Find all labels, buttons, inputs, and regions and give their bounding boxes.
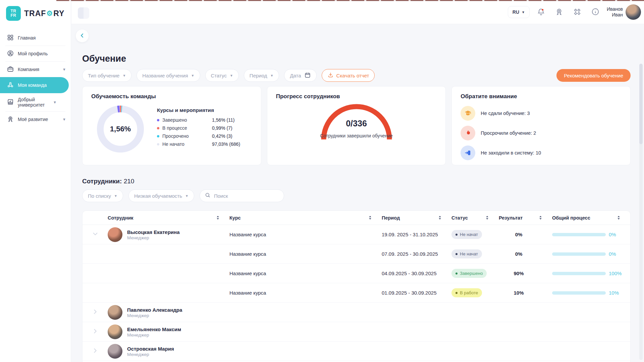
filter-date[interactable]: Дата — [284, 69, 316, 82]
apps-button[interactable] — [571, 5, 584, 19]
topbar: RU ▼ Иванов Иван — [71, 0, 644, 24]
employee-role: Менеджер — [127, 352, 174, 357]
sidebar-item-label: Главная — [18, 35, 66, 41]
achievements-button[interactable] — [552, 5, 566, 19]
login-icon — [461, 145, 475, 160]
course-name: Название курса — [229, 232, 382, 237]
sidebar-item-home[interactable]: Главная — [0, 30, 71, 46]
sidebar-item-my-team[interactable]: Моя команда — [0, 77, 69, 93]
legend-value: 0,42% (3) — [212, 133, 232, 139]
table-row[interactable]: Емельяненко Максим Менеджер — [83, 322, 630, 342]
chevron-down-icon: ▼ — [230, 74, 233, 77]
avatar — [108, 305, 122, 320]
sort-icon[interactable] — [368, 215, 372, 220]
table-row[interactable]: Название курса 04.09.2025 - 30.09.2025 З… — [83, 264, 630, 283]
employees-label: Сотрудники: — [82, 178, 122, 185]
topbar-actions: RU ▼ Иванов Иван — [508, 0, 641, 24]
sidebar-item-university[interactable]: Добрый университет ▼ — [0, 93, 71, 111]
sort-icon[interactable] — [538, 215, 543, 220]
vertical-scrollbar[interactable] — [639, 64, 643, 360]
sidebar-item-company[interactable]: Компания ▼ — [0, 62, 71, 77]
legend-label: Просрочено — [162, 133, 212, 139]
user-menu[interactable]: Иванов Иван — [607, 4, 641, 20]
team-learnability-card: Обучаемость команды 1,56% Курсы и меропр… — [82, 86, 261, 165]
card-title: Обратите внимание — [461, 93, 622, 100]
legend-dot — [157, 143, 159, 145]
filter-status[interactable]: Статус ▼ — [205, 69, 239, 82]
employee-name: Островская Мария — [127, 346, 174, 352]
status-dot — [455, 234, 458, 236]
column-header: Период — [382, 215, 400, 221]
expand-row-button[interactable] — [83, 327, 108, 336]
sort-icon[interactable] — [216, 215, 220, 220]
sidebar-item-profile[interactable]: Мой профиль — [0, 46, 71, 61]
grid-icon — [7, 34, 14, 42]
chevron-down-icon: ▼ — [114, 194, 117, 198]
legend-value: 97,03% (686) — [212, 141, 240, 147]
learnability-filter[interactable]: Низкая обучаемость ▼ — [128, 189, 194, 202]
info-button[interactable] — [589, 5, 602, 19]
filter-training-name[interactable]: Название обучения ▼ — [137, 69, 200, 82]
table-row[interactable]: Павленко Александра Менеджер — [83, 303, 630, 322]
employees-count: Сотрудники: 210 — [82, 178, 134, 185]
table-row[interactable]: Островская Мария Менеджер — [83, 342, 630, 361]
sidebar-item-development[interactable]: Моё развитие ▼ — [0, 112, 71, 127]
chevron-right-icon — [92, 347, 99, 355]
progress-cell: 0% — [552, 251, 630, 257]
collapse-row-button[interactable] — [83, 230, 108, 239]
sort-icon[interactable] — [438, 215, 442, 220]
user-name: Иванов Иван — [607, 6, 623, 18]
filter-training-type[interactable]: Тип обучение ▼ — [82, 69, 131, 82]
sort-icon[interactable] — [616, 215, 621, 220]
chevron-down-icon: ▼ — [62, 67, 66, 71]
progress-label: 10% — [609, 290, 619, 296]
table-row[interactable]: Высоцкая Екатерина Менеджер Название кур… — [83, 225, 630, 244]
progress-bar — [552, 272, 606, 275]
sidebar-item-label: Моё развитие — [18, 117, 59, 122]
legend-title: Курсы и мероприятия — [157, 107, 255, 113]
table-row[interactable]: Название курса 01.09.2025 - 30.09.2025 В… — [83, 283, 630, 303]
status-badge: Не начат — [451, 230, 482, 239]
table-header: Сотрудник Курс Период Статус Результат О… — [83, 211, 630, 225]
table-row[interactable]: Название курса 07.09. 2025 - 30.09.2025 … — [83, 244, 630, 264]
status-badge: В работе — [451, 288, 482, 297]
course-period: 04.09.2025 - 30.09.2025 — [382, 270, 451, 276]
course-name: Название курса — [229, 251, 382, 257]
sidebar-toggle-button[interactable] — [78, 7, 89, 19]
legend-value: 1,56% (11) — [212, 117, 234, 123]
sidebar-item-label: Моя команда — [18, 82, 64, 88]
back-button[interactable] — [76, 29, 89, 42]
download-report-button[interactable]: Скачать отчет — [322, 69, 375, 82]
expand-row-button[interactable] — [83, 308, 108, 316]
column-header: Статус — [451, 215, 468, 221]
logo-bottom-text: FR — [11, 13, 16, 18]
legend-dot — [157, 127, 159, 129]
graduation-cap-icon — [461, 106, 475, 121]
recommend-training-button[interactable]: Рекомендовать обучение — [556, 69, 631, 82]
expand-row-button[interactable] — [83, 347, 108, 355]
view-filter[interactable]: По списку ▼ — [82, 189, 123, 202]
search-input[interactable] — [214, 193, 279, 199]
main-content: Обучение Тип обучение ▼ Название обучени… — [71, 24, 644, 362]
filter-period[interactable]: Период ▼ — [244, 69, 279, 82]
sort-icon[interactable] — [485, 215, 489, 220]
notifications-button[interactable] — [534, 5, 548, 19]
brand-logo[interactable]: TR FR TRAF⚙RY — [0, 0, 71, 25]
legend-item: В процессе 0,99% (7) — [157, 125, 255, 131]
bell-icon — [537, 7, 545, 17]
status-label: Не начат — [460, 251, 478, 256]
chevron-down-icon: ▼ — [62, 117, 66, 121]
course-name: Название курса — [229, 290, 382, 296]
legend-label: Не начато — [162, 141, 212, 147]
attention-card: Обратите внимание Не сдали обучение: 3 П… — [451, 86, 631, 165]
legend-dot — [157, 119, 159, 121]
scrollbar-thumb[interactable] — [639, 64, 643, 144]
language-selector[interactable]: RU ▼ — [508, 6, 530, 18]
flame-icon — [461, 126, 475, 140]
avatar — [108, 344, 122, 359]
status-badge: Не начат — [451, 249, 482, 258]
legend-item: Завершено 1,56% (11) — [157, 117, 255, 123]
progress-bar — [552, 252, 606, 256]
employee-role: Менеджер — [127, 333, 181, 338]
summary-cards: Обучаемость команды 1,56% Курсы и меропр… — [82, 86, 631, 165]
